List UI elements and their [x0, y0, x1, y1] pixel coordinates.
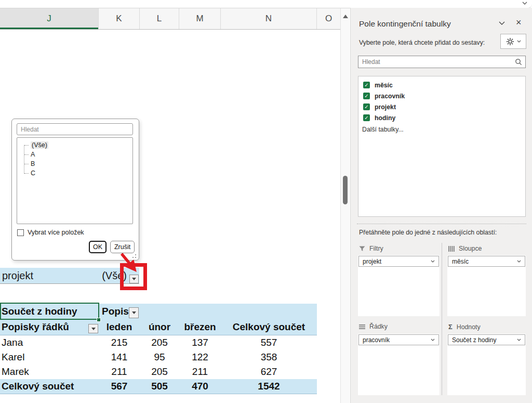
column-header-N[interactable]: N: [221, 8, 317, 29]
cell[interactable]: 205: [140, 366, 179, 378]
separator: [357, 224, 526, 224]
filter-item-list: (Vše) A B C: [17, 137, 133, 224]
field-search-box[interactable]: [358, 56, 526, 68]
filters-drop-area[interactable]: projekt: [358, 255, 440, 316]
column-header-K[interactable]: K: [99, 8, 140, 29]
filter-item[interactable]: B: [31, 160, 35, 167]
filter-dropdown-button[interactable]: [129, 275, 139, 283]
more-tables-link[interactable]: Další tabulky...: [358, 123, 525, 133]
cell[interactable]: 470: [179, 381, 221, 392]
chevron-down-icon[interactable]: [517, 339, 521, 341]
field-item-hodiny[interactable]: ✓ hodiny: [358, 112, 525, 123]
search-input[interactable]: [358, 58, 515, 66]
cell[interactable]: 358: [221, 352, 317, 363]
pivot-col-header[interactable]: únor: [140, 321, 179, 333]
scrollbar-thumb[interactable]: [343, 176, 348, 204]
cell[interactable]: 211: [179, 366, 221, 378]
total-label[interactable]: Celkový součet: [0, 381, 99, 392]
column-header-M[interactable]: M: [179, 8, 221, 29]
close-icon[interactable]: ×: [516, 17, 522, 28]
checked-checkbox-icon[interactable]: ✓: [363, 103, 370, 110]
scroll-up-icon[interactable]: [343, 15, 348, 18]
pivot-header-row-2: Popisky řádků leden únor březen Celkový …: [0, 319, 317, 335]
cell[interactable]: 557: [221, 337, 317, 348]
pivot-col-header[interactable]: leden: [99, 321, 140, 333]
cell[interactable]: 205: [140, 337, 179, 348]
ok-button[interactable]: OK: [89, 241, 107, 253]
column-header-J[interactable]: J: [0, 8, 99, 29]
pivot-column-labels-cell[interactable]: Popisky sloupců: [99, 306, 129, 317]
fill-handle[interactable]: [97, 318, 101, 322]
chevron-down-icon[interactable]: [431, 339, 435, 341]
filter-item-all[interactable]: (Vše): [31, 141, 48, 149]
cell[interactable]: 122: [179, 352, 221, 363]
field-item-projekt[interactable]: ✓ projekt: [358, 101, 525, 112]
chevron-down-icon[interactable]: [431, 260, 435, 263]
pivot-row-labels-cell[interactable]: Popisky řádků: [0, 321, 99, 333]
cell[interactable]: 627: [221, 366, 317, 378]
table-row: Marek 211 205 211 627: [0, 365, 317, 379]
cancel-button[interactable]: Zrušit: [110, 241, 135, 253]
cell[interactable]: 505: [140, 381, 179, 392]
row-label[interactable]: Jana: [0, 337, 99, 348]
table-row: Jana 215 205 137 557: [0, 335, 317, 350]
row-label[interactable]: Marek: [0, 366, 99, 378]
list-item[interactable]: A: [20, 150, 132, 159]
list-item[interactable]: B: [20, 159, 132, 168]
field-chip-pracovnik[interactable]: pracovník: [358, 334, 439, 345]
field-item-mesic[interactable]: ✓ měsíc: [358, 80, 525, 90]
cell[interactable]: 1542: [221, 381, 317, 392]
values-area-header: Σ Hodnoty: [448, 323, 481, 331]
values-drop-area[interactable]: Součet z hodiny: [447, 334, 526, 395]
checked-checkbox-icon[interactable]: ✓: [363, 93, 370, 99]
pivot-col-header[interactable]: Celkový součet: [221, 321, 317, 333]
row-label[interactable]: Karel: [0, 352, 99, 363]
field-label: hodiny: [375, 114, 395, 122]
column-labels-filter-button[interactable]: [129, 307, 139, 318]
cell[interactable]: 215: [99, 337, 140, 348]
cell[interactable]: 567: [99, 381, 140, 392]
cell[interactable]: 141: [99, 352, 140, 363]
list-item[interactable]: (Vše): [20, 140, 132, 150]
formula-bar-expand-icon[interactable]: [522, 1, 528, 5]
pivot-col-header[interactable]: březen: [179, 321, 221, 333]
filter-item[interactable]: A: [31, 151, 35, 158]
pivot-values-label-cell[interactable]: Součet z hodiny: [0, 306, 99, 317]
search-icon: [515, 58, 522, 66]
table-row: Karel 141 95 122 358: [0, 350, 317, 365]
filter-popup: (Vše) A B C Vybrat více položek OK Zruši…: [11, 119, 139, 261]
formula-bar[interactable]: [0, 0, 532, 8]
row-labels-filter-button[interactable]: [88, 324, 98, 333]
field-item-pracovnik[interactable]: ✓ pracovník: [358, 90, 525, 101]
rows-drop-area[interactable]: pracovník: [358, 334, 440, 395]
field-chip-projekt[interactable]: projekt: [358, 256, 439, 267]
chevron-down-icon[interactable]: [498, 21, 506, 25]
checked-checkbox-icon[interactable]: ✓: [363, 82, 370, 88]
drag-hint-text: Přetáhněte pole do jedné z následujících…: [359, 229, 497, 236]
field-chip-mesic[interactable]: měsíc: [448, 256, 525, 267]
list-item[interactable]: C: [20, 168, 132, 178]
tools-button[interactable]: [500, 34, 526, 49]
columns-area-header: Sloupce: [448, 245, 482, 252]
chip-label: měsíc: [452, 258, 469, 265]
column-header-L[interactable]: L: [140, 8, 179, 29]
search-input[interactable]: [17, 123, 133, 135]
checked-checkbox-icon[interactable]: ✓: [363, 114, 370, 121]
columns-drop-area[interactable]: měsíc: [447, 255, 526, 316]
gear-icon: [506, 37, 514, 46]
chip-label: projekt: [363, 258, 381, 265]
cell[interactable]: 95: [140, 352, 179, 363]
field-list: ✓ měsíc ✓ pracovník ✓ projekt ✓ hodiny D…: [358, 76, 526, 217]
vertical-scrollbar[interactable]: [340, 8, 350, 403]
chevron-down-icon[interactable]: [517, 260, 521, 263]
cell[interactable]: 211: [99, 366, 140, 378]
select-multiple-checkbox-row[interactable]: Vybrat více položek: [17, 229, 84, 236]
checkbox-icon[interactable]: [17, 229, 24, 236]
pivot-filter-row[interactable]: projekt (Vše): [0, 268, 139, 284]
field-chip-soucet-z-hodiny[interactable]: Součet z hodiny: [448, 334, 525, 345]
cell[interactable]: 137: [179, 337, 221, 348]
filters-area-header: Filtry: [359, 245, 383, 252]
resize-grip-icon[interactable]: [135, 257, 136, 258]
filter-item[interactable]: C: [31, 170, 35, 177]
column-header-O[interactable]: O: [317, 8, 340, 29]
